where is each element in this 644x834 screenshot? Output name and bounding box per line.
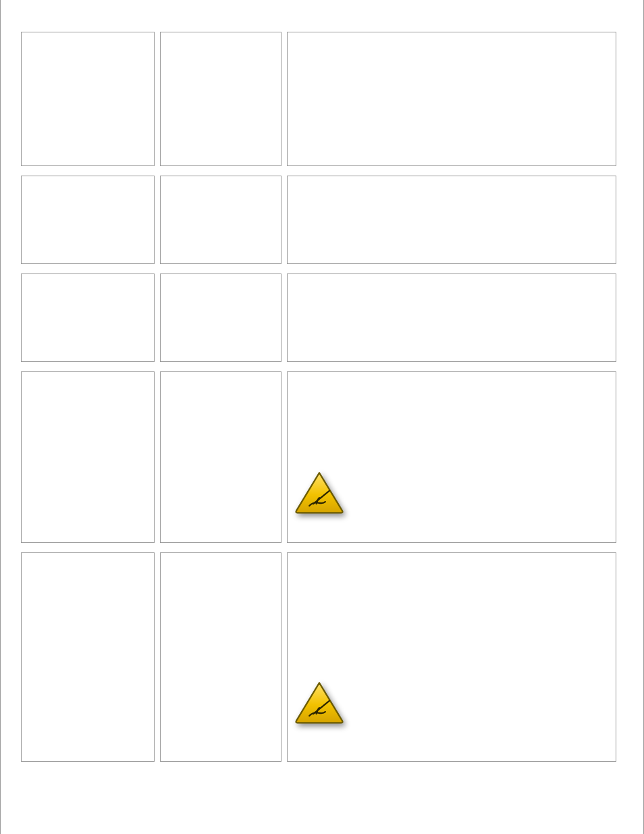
document-page	[0, 0, 644, 834]
table-row-group	[21, 32, 155, 166]
table-row-group	[287, 273, 616, 362]
table-row-group	[287, 371, 616, 543]
table-row-group	[287, 32, 616, 166]
table-row-group	[160, 371, 281, 543]
table-row-group	[287, 176, 616, 264]
table-row-group	[21, 371, 155, 543]
table-row-group	[21, 552, 155, 762]
table-row-group	[21, 176, 155, 264]
table-row-group	[160, 552, 281, 762]
table-row-group	[160, 32, 281, 166]
caution-triangle-icon	[294, 471, 344, 514]
caution-triangle-icon	[294, 681, 344, 724]
table-row-group	[160, 176, 281, 264]
table-row-group	[287, 552, 616, 762]
table-row-group	[21, 273, 155, 362]
table-row-group	[160, 273, 281, 362]
